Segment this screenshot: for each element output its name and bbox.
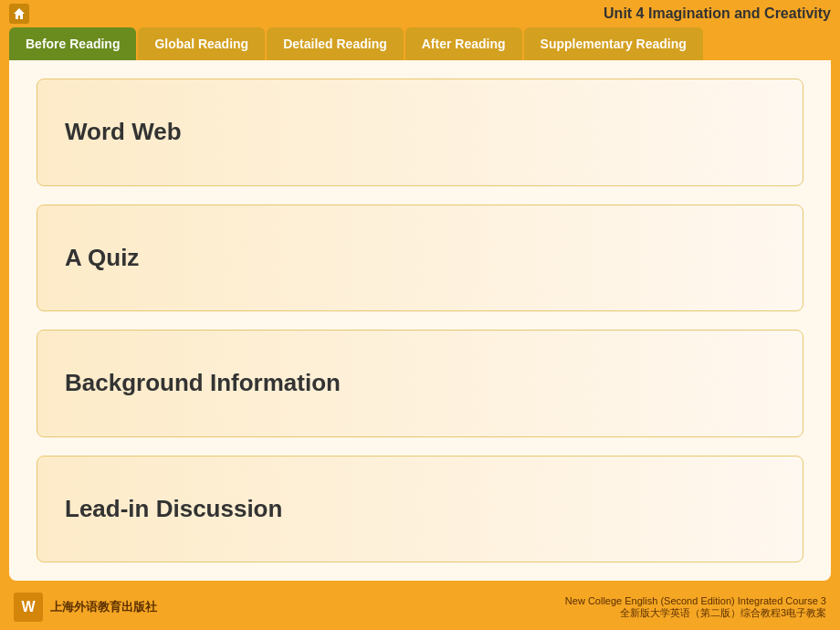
publisher-icon: W xyxy=(14,593,43,622)
publisher-name: 上海外语教育出版社 xyxy=(50,599,157,615)
top-bar: Unit 4 Imagination and Creativity xyxy=(0,0,840,27)
book-line2: 全新版大学英语（第二版）综合教程3电子教案 xyxy=(565,606,826,620)
tab-supplementary-reading[interactable]: Supplementary Reading xyxy=(524,27,703,60)
tab-after-reading[interactable]: After Reading xyxy=(405,27,522,60)
home-icon[interactable] xyxy=(9,4,29,24)
quiz-card[interactable]: A Quiz xyxy=(37,205,803,312)
tab-global-reading[interactable]: Global Reading xyxy=(138,27,265,60)
publisher-logo: W 上海外语教育出版社 xyxy=(14,593,157,622)
background-info-card[interactable]: Background Information xyxy=(37,330,803,437)
book-info: New College English (Second Edition) Int… xyxy=(565,595,826,620)
lead-in-discussion-card[interactable]: Lead-in Discussion xyxy=(37,456,803,563)
book-line1: New College English (Second Edition) Int… xyxy=(565,595,826,606)
bottom-bar: W 上海外语教育出版社 New College English (Second … xyxy=(0,584,840,630)
word-web-card[interactable]: Word Web xyxy=(37,79,803,186)
unit-title: Unit 4 Imagination and Creativity xyxy=(604,5,831,22)
main-content: Word Web A Quiz Background Information L… xyxy=(9,60,831,581)
tab-before-reading[interactable]: Before Reading xyxy=(9,27,136,60)
nav-tabs: Before Reading Global Reading Detailed R… xyxy=(0,27,840,60)
tab-detailed-reading[interactable]: Detailed Reading xyxy=(267,27,404,60)
svg-marker-0 xyxy=(14,8,25,19)
